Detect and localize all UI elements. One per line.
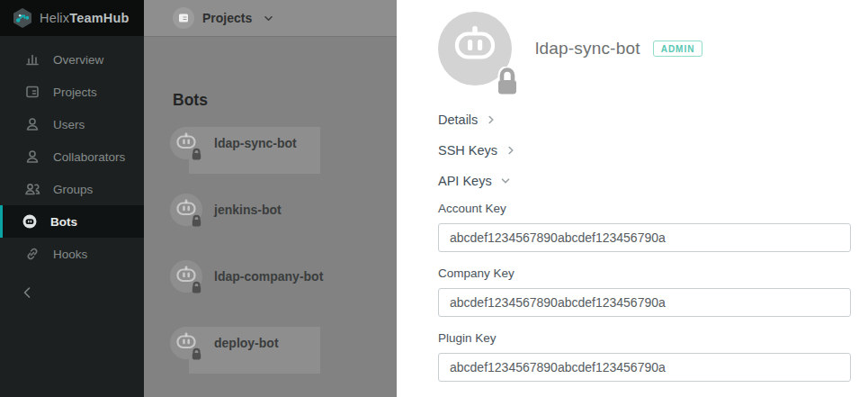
bot-name: jenkins-bot — [214, 203, 282, 217]
projects-avatar — [173, 7, 194, 29]
api-keys-fields: Account Key Company Key Plugin Key — [438, 202, 851, 382]
bot-avatar-icon — [169, 126, 203, 160]
company-key-input[interactable] — [438, 288, 851, 317]
company-key-label: Company Key — [438, 266, 851, 281]
chevron-right-icon — [506, 146, 515, 155]
chevron-down-icon — [501, 176, 510, 185]
section-details[interactable]: Details — [438, 104, 515, 135]
plugin-key-input[interactable] — [438, 353, 851, 382]
bot-name: deploy-bot — [214, 336, 279, 350]
sidebar: HelixTeamHub Overview Projects Users — [0, 0, 144, 397]
section-label: Details — [438, 113, 478, 127]
context-switcher[interactable]: Projects — [144, 0, 397, 37]
bot-name: ldap-sync-bot — [214, 136, 297, 150]
bar-chart-icon — [24, 51, 40, 68]
brand-name: HelixTeamHub — [40, 11, 130, 25]
robot-icon — [22, 213, 38, 230]
app-window: HelixTeamHub Overview Projects Users — [0, 0, 868, 397]
lock-icon — [496, 67, 519, 96]
bot-avatar-icon — [169, 259, 203, 293]
chevron-right-icon — [487, 115, 496, 124]
sidebar-collapse-button[interactable] — [0, 286, 144, 302]
account-key-field-group: Account Key — [438, 202, 851, 252]
list-heading: Bots — [173, 91, 208, 110]
user-icon — [24, 116, 40, 132]
sidebar-item-users[interactable]: Users — [0, 108, 144, 140]
sidebar-item-label: Users — [53, 118, 85, 131]
context-switcher-label: Projects — [202, 11, 252, 25]
user-icon — [24, 149, 40, 165]
bot-detail-header: ldap-sync-bot ADMIN — [438, 11, 702, 86]
bots-list: Bots ldap-sync-bot — [144, 37, 397, 397]
plugin-key-field-group: Plugin Key — [438, 331, 851, 382]
bot-list-item-deploy-bot[interactable]: deploy-bot — [144, 323, 397, 390]
bot-detail-panel: ldap-sync-bot ADMIN Details SSH Keys API… — [397, 0, 868, 397]
chevron-down-icon — [264, 14, 273, 23]
bots-list-panel: Projects Bots ldap-sync-bot — [144, 0, 397, 397]
sidebar-item-label: Overview — [53, 53, 103, 67]
plugin-key-label: Plugin Key — [438, 331, 851, 346]
account-key-label: Account Key — [438, 202, 851, 216]
sidebar-item-label: Bots — [50, 215, 77, 229]
sidebar-item-label: Hooks — [53, 248, 87, 261]
sidebar-item-collaborators[interactable]: Collaborators — [0, 140, 144, 173]
sidebar-item-label: Projects — [53, 86, 97, 99]
sidebar-item-bots[interactable]: Bots — [0, 205, 144, 238]
bot-title: ldap-sync-bot — [535, 39, 640, 59]
bot-avatar-icon — [169, 326, 203, 360]
projects-icon — [178, 13, 189, 23]
bot-list-item-jenkins-bot[interactable]: jenkins-bot — [144, 190, 397, 257]
sidebar-item-hooks[interactable]: Hooks — [0, 238, 144, 270]
brand-logo[interactable]: HelixTeamHub — [0, 0, 144, 36]
sidebar-item-label: Collaborators — [53, 150, 125, 164]
row-highlight — [189, 327, 320, 374]
selected-row-highlight — [189, 127, 320, 174]
bot-avatar-large — [438, 12, 512, 86]
section-label: API Keys — [438, 174, 492, 188]
sidebar-item-label: Groups — [53, 183, 93, 196]
detail-sections: Details SSH Keys API Keys — [438, 104, 515, 196]
bot-avatar-icon — [169, 193, 203, 227]
projects-icon — [24, 84, 40, 100]
link-icon — [24, 246, 40, 262]
company-key-field-group: Company Key — [438, 266, 851, 317]
chevron-left-icon — [22, 286, 32, 299]
section-api-keys[interactable]: API Keys — [438, 166, 515, 196]
sidebar-nav: Overview Projects Users Collaborators — [0, 36, 144, 270]
bot-list-item-ldap-sync-bot[interactable]: ldap-sync-bot — [144, 123, 397, 190]
bot-name: ldap-company-bot — [214, 269, 323, 284]
account-key-input[interactable] — [438, 223, 851, 252]
section-ssh-keys[interactable]: SSH Keys — [438, 135, 515, 166]
helix-hexagon-icon — [13, 7, 32, 29]
section-label: SSH Keys — [438, 143, 497, 158]
bot-list-item-ldap-company-bot[interactable]: ldap-company-bot — [144, 257, 397, 323]
sidebar-item-overview[interactable]: Overview — [0, 43, 144, 76]
sidebar-item-groups[interactable]: Groups — [0, 173, 144, 205]
admin-badge: ADMIN — [653, 41, 703, 57]
users-icon — [24, 181, 40, 197]
sidebar-item-projects[interactable]: Projects — [0, 76, 144, 108]
